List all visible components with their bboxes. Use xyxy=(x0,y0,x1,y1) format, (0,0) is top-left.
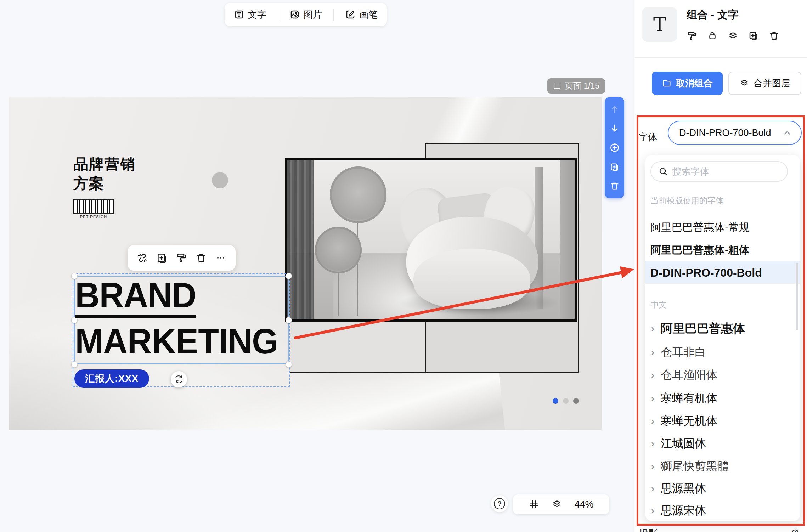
font-family-row[interactable]: › 思源宋体 xyxy=(651,503,706,519)
chevron-right-icon[interactable]: › xyxy=(651,438,654,449)
font-option-selected[interactable]: D-DIN-PRO-700-Bold xyxy=(650,266,762,279)
help-button[interactable]: ? xyxy=(491,495,508,512)
page-dot-active[interactable] xyxy=(553,398,558,404)
slide-title-text[interactable]: 品牌营销 方案 xyxy=(73,155,136,193)
brush-tool-button[interactable]: 画笔 xyxy=(345,9,378,21)
photo-chair-seat xyxy=(413,249,530,309)
page-dot[interactable] xyxy=(573,398,579,404)
photo-wicker-disc xyxy=(330,166,386,223)
font-family-row[interactable]: › 寒蝉有机体 xyxy=(651,391,717,406)
chevron-right-icon[interactable]: › xyxy=(651,461,654,472)
trash-icon[interactable] xyxy=(196,252,207,264)
font-family-row[interactable]: › 仓耳渔阳体 xyxy=(651,367,717,383)
trash-icon[interactable] xyxy=(610,181,620,191)
search-icon xyxy=(658,166,668,176)
reporter-badge[interactable]: 汇报人:XXX xyxy=(74,369,149,388)
font-search-box[interactable] xyxy=(650,161,788,182)
rotate-handle[interactable] xyxy=(171,371,187,387)
section-chinese-fonts: 中文 xyxy=(650,299,667,310)
chevron-right-icon[interactable]: › xyxy=(651,505,654,516)
page-dot[interactable] xyxy=(563,398,569,404)
slide-title-line1: 品牌营销 xyxy=(73,155,136,174)
add-circle-icon[interactable] xyxy=(609,142,620,153)
brush-tool-icon xyxy=(345,9,356,20)
font-family-row[interactable]: › 仓耳非白 xyxy=(651,345,706,360)
format-painter-icon[interactable] xyxy=(687,30,697,41)
image-tool-icon xyxy=(289,9,300,20)
decor-circle[interactable] xyxy=(212,172,228,188)
more-icon[interactable] xyxy=(215,252,226,264)
merge-layers-button[interactable]: 合并图层 xyxy=(728,72,801,95)
page-dots xyxy=(553,398,579,404)
page-indicator-badge[interactable]: 页面 1/15 xyxy=(547,78,605,94)
zoom-level[interactable]: 44% xyxy=(574,499,593,510)
photo-curtain xyxy=(287,160,314,319)
format-painter-icon[interactable] xyxy=(176,252,187,264)
ungroup-link-icon[interactable] xyxy=(137,252,148,264)
layers-icon xyxy=(739,78,749,88)
photo-wicker-disc xyxy=(315,227,362,273)
chevron-right-icon[interactable]: › xyxy=(651,323,654,334)
slide-canvas[interactable]: 品牌营销 方案 PPT DESIGN xyxy=(9,97,602,430)
layers-icon[interactable] xyxy=(552,499,562,510)
barcode-caption: PPT DESIGN xyxy=(73,215,114,219)
font-dropdown[interactable]: D-DIN-PRO-700-Bold xyxy=(668,121,802,145)
panel-title: 组合 - 文字 xyxy=(687,8,739,22)
page-indicator-label: 页面 1/15 xyxy=(565,80,599,91)
layers-icon[interactable] xyxy=(728,30,738,41)
text-tool-button[interactable]: 文字 xyxy=(234,9,266,21)
divider xyxy=(634,57,807,58)
font-list-scrollbar[interactable] xyxy=(796,263,798,330)
interior-photo[interactable] xyxy=(285,158,577,322)
trash-icon[interactable] xyxy=(769,30,779,41)
page-side-toolbar xyxy=(605,97,624,198)
selection-handle[interactable] xyxy=(286,273,292,279)
duplicate-page-icon[interactable] xyxy=(610,162,620,172)
chevron-right-icon[interactable]: › xyxy=(651,347,654,358)
chevron-right-icon[interactable]: › xyxy=(651,370,654,381)
font-search-input[interactable] xyxy=(672,166,775,177)
font-label: 字体 xyxy=(639,131,657,143)
font-family-row[interactable]: › 思源黑体 xyxy=(651,481,706,497)
type-glyph: T xyxy=(653,13,666,36)
photo-side-panel xyxy=(560,160,575,319)
barcode-graphic[interactable] xyxy=(73,199,114,214)
arrow-up-icon[interactable] xyxy=(610,104,620,114)
add-shadow-icon[interactable]: ⊕ xyxy=(791,526,800,532)
photo-wood-frame xyxy=(535,167,543,309)
toolbar-divider xyxy=(278,9,278,21)
photo-stand xyxy=(338,266,339,316)
selection-handle[interactable] xyxy=(71,361,78,368)
text-tool-icon xyxy=(234,9,244,20)
chevron-right-icon[interactable]: › xyxy=(651,393,654,404)
ungroup-button[interactable]: 取消组合 xyxy=(652,72,723,95)
arrow-down-icon[interactable] xyxy=(610,123,620,133)
lock-icon[interactable] xyxy=(707,30,718,41)
font-family-row[interactable]: › 阿里巴巴普惠体 xyxy=(651,321,745,337)
duplicate-icon[interactable] xyxy=(156,252,168,264)
font-option[interactable]: 阿里巴巴普惠体-常规 xyxy=(650,220,750,235)
chevron-right-icon[interactable]: › xyxy=(651,483,654,494)
folder-icon xyxy=(662,78,672,88)
grid-icon[interactable] xyxy=(529,499,539,510)
panel-action-row xyxy=(687,30,779,41)
font-family-row[interactable]: › 寒蝉无机体 xyxy=(651,413,717,429)
insert-toolbar: 文字 图片 画笔 xyxy=(225,3,387,26)
element-type-thumbnail: T xyxy=(642,7,677,42)
selection-handle[interactable] xyxy=(286,361,292,368)
chevron-up-icon xyxy=(783,128,792,137)
headline-marketing[interactable]: MARKETING xyxy=(75,323,278,359)
selection-handle[interactable] xyxy=(286,317,292,323)
font-family-row[interactable]: › 獅尾快剪黑體 xyxy=(651,459,729,474)
toolbar-divider xyxy=(333,9,334,21)
duplicate-icon[interactable] xyxy=(748,30,759,41)
headline-brand[interactable]: BRAND xyxy=(75,277,196,318)
chevron-right-icon[interactable]: › xyxy=(651,416,654,427)
font-family-row[interactable]: › 江城圆体 xyxy=(651,436,706,452)
selection-toolbar xyxy=(128,245,236,271)
photo-stand xyxy=(357,213,358,316)
shadow-section-label: 投影 xyxy=(639,527,658,532)
image-tool-button[interactable]: 图片 xyxy=(289,9,322,21)
font-option[interactable]: 阿里巴巴普惠体-粗体 xyxy=(650,243,750,257)
rotate-icon xyxy=(174,375,184,384)
